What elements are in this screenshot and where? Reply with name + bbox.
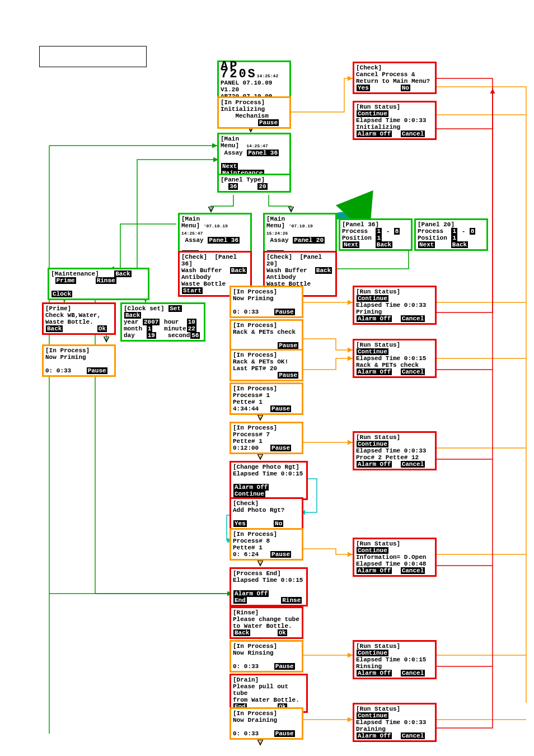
alarm-off-button[interactable]: Alarm Off	[233, 590, 269, 597]
rinse-button[interactable]: Rinse	[281, 597, 302, 604]
now-priming: [In Process] Now Priming 0: 0:33 Pause	[229, 286, 303, 318]
pause-button[interactable]: Pause	[270, 445, 291, 451]
set-button[interactable]: Set	[168, 305, 182, 312]
inprocess-priming-left: [In Process] Now Priming 0: 0:33 Pause	[42, 344, 116, 377]
cancel-button[interactable]: Cancel	[401, 670, 425, 676]
alarm-off-button[interactable]: Alarm Off	[357, 315, 392, 322]
add-photo-rgt: [Check] Add Photo Rgt? Yes No	[229, 497, 303, 530]
no-button[interactable]: No	[274, 520, 283, 527]
cancel-button[interactable]: Cancel	[401, 732, 425, 739]
rack-check: [In Process] Rack & PETs check Pause	[229, 319, 303, 352]
back-button[interactable]: Back	[114, 270, 131, 277]
back-button[interactable]: Back	[451, 241, 468, 248]
panel-20-button[interactable]: 20	[257, 183, 267, 190]
alarm-off-button[interactable]: Alarm Off	[357, 368, 392, 375]
run-status-init: [Run Status]Continue Elapsed Time 0:0:33…	[353, 101, 437, 140]
run-status-rack: [Run Status]Continue Elapsed Time 0:0:15…	[353, 339, 437, 378]
end-button[interactable]: End	[233, 597, 247, 604]
process-8: [In Process] Process# 8 Pette# 1 0: 6:24…	[229, 528, 303, 561]
rinse-button[interactable]: Rinse	[96, 277, 116, 284]
pause-button[interactable]: Pause	[87, 367, 107, 374]
pause-button[interactable]: Pause	[258, 119, 279, 126]
main-menu-1: [Main Menu] 14:25:47 Assay Panel 36 Next…	[217, 133, 291, 179]
process-1: [In Process] Process# 1 Pette# 1 4:34:44…	[229, 382, 303, 415]
cancel-check: [Check] Cancel Process & Return to Main …	[353, 62, 437, 94]
process-7: [In Process] Process# 7 Pette# 1 0:12:00…	[229, 422, 303, 454]
pause-button[interactable]: Pause	[270, 405, 291, 412]
process-end: [Process End] Elapsed Time 0:0:15 Alarm …	[229, 567, 308, 606]
cancel-button[interactable]: Cancel	[401, 315, 425, 322]
clock-set: [Clock set] Set Back year 2007 hour 10 m…	[120, 302, 205, 342]
prime-check: [Prime] Check WB,Water, Waste Bottle. Ba…	[42, 302, 116, 335]
rack-ok: [In Process] Rack & PETs OK! Last PET# 2…	[229, 349, 303, 381]
continue-button[interactable]: Continue	[357, 348, 388, 355]
panel-20-setup: [Panel 20] Process 1 - 8 Position 1 Next…	[414, 218, 488, 251]
pause-button[interactable]: Pause	[274, 663, 295, 670]
panel-36-button[interactable]: 36	[228, 183, 238, 190]
start-button[interactable]: Start	[182, 287, 203, 294]
pause-button[interactable]: Pause	[274, 309, 295, 315]
yes-button[interactable]: Yes	[233, 520, 247, 527]
prime-button[interactable]: Prime	[55, 277, 76, 284]
continue-button[interactable]: Continue	[357, 650, 388, 656]
cancel-button[interactable]: Cancel	[401, 130, 425, 137]
now-draining: [In Process] Now Draining 0: 0:33 Pause	[229, 707, 303, 740]
alarm-off-button[interactable]: Alarm Off	[357, 670, 392, 676]
back-button[interactable]: Back	[46, 325, 63, 332]
yes-button[interactable]: Yes	[357, 85, 370, 91]
run-status-drain: [Run Status]Continue Elapsed Time 0:0:33…	[353, 703, 437, 742]
back-button[interactable]: Back	[233, 629, 250, 636]
cancel-button[interactable]: Cancel	[401, 368, 425, 375]
continue-button[interactable]: Continue	[357, 712, 388, 719]
init-screen: [In Process] Initializing Mechanism Paus…	[217, 96, 291, 129]
run-status-proc: [Run Status]Continue Elapsed Time 0:0:33…	[353, 431, 437, 470]
back-button[interactable]: Back	[315, 267, 332, 274]
next-button[interactable]: Next	[418, 241, 435, 248]
cancel-button[interactable]: Cancel	[401, 567, 425, 574]
panel-36-setup: [Panel 36] Process 1 - 8 Position 1 Next…	[339, 218, 413, 251]
back-button[interactable]: Back	[376, 241, 392, 248]
continue-button[interactable]: Continue	[357, 547, 388, 554]
now-rinsing: [In Process] Now Rinsing 0: 0:33 Pause	[229, 640, 303, 673]
continue-button[interactable]: Continue	[233, 491, 265, 497]
maintenance-menu: [Maintenance] Back Prime Rinse Clock	[48, 268, 149, 300]
run-status-dopen: [Run Status]Continue Information= D.Open…	[353, 538, 437, 577]
alarm-off-button[interactable]: Alarm Off	[357, 732, 392, 739]
pause-button[interactable]: Pause	[270, 551, 291, 558]
pause-button[interactable]: Pause	[278, 342, 298, 349]
continue-button[interactable]: Continue	[357, 441, 388, 447]
ok-button[interactable]: Ok	[97, 325, 107, 332]
pause-button[interactable]: Pause	[278, 372, 298, 379]
no-button[interactable]: No	[401, 85, 410, 91]
alarm-off-button[interactable]: Alarm Off	[357, 567, 392, 574]
cancel-button[interactable]: Cancel	[401, 461, 425, 468]
panel-type: [Panel Type] 36 20	[217, 174, 291, 193]
rinse-prompt: [Rinse] Please change tube to Water Bott…	[229, 606, 303, 639]
pause-button[interactable]: Pause	[274, 730, 295, 737]
run-status-rinse: [Run Status]Continue Elapsed Time 0:0:15…	[353, 640, 437, 679]
clock-button[interactable]: Clock	[51, 291, 72, 297]
next-button[interactable]: Next	[221, 163, 238, 170]
change-photo-rgt: [Change Photo Rgt] Elapsed Time 0:0:15 A…	[229, 461, 308, 500]
back-button[interactable]: Back	[230, 267, 247, 274]
continue-button[interactable]: Continue	[357, 110, 388, 117]
run-status-priming: [Run Status]Continue Elapsed Time 0:0:33…	[353, 286, 437, 325]
back-button[interactable]: Back	[124, 312, 141, 319]
next-button[interactable]: Next	[343, 241, 359, 248]
continue-button[interactable]: Continue	[357, 295, 388, 302]
alarm-off-button[interactable]: Alarm Off	[357, 130, 392, 137]
alarm-off-button[interactable]: Alarm Off	[233, 484, 269, 491]
alarm-off-button[interactable]: Alarm Off	[357, 461, 392, 468]
flowchart-canvas: AP 720S14:25:42 PANEL 07.10.09 V1.20 AP7…	[0, 0, 534, 756]
ok-button[interactable]: Ok	[278, 629, 287, 636]
